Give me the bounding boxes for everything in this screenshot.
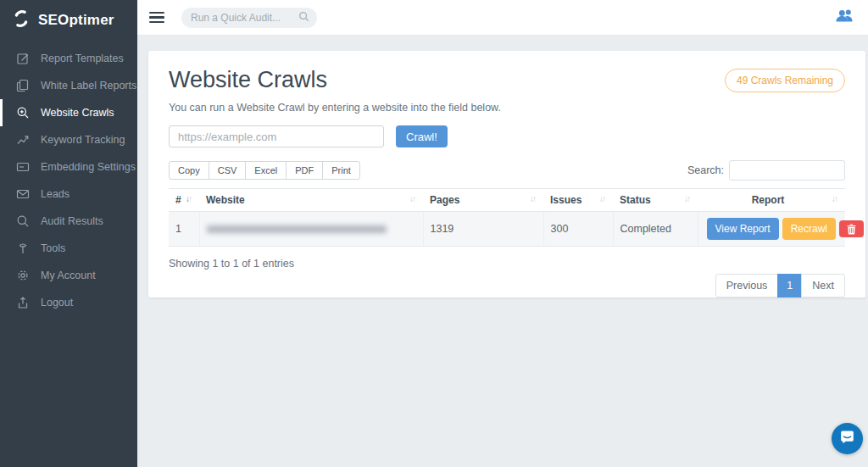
table-summary: Showing 1 to 1 of 1 entries (169, 258, 845, 270)
envelope-icon (16, 187, 30, 201)
sidebar-item-leads[interactable]: Leads (0, 181, 137, 208)
sidebar-item-label: Report Templates (41, 53, 124, 64)
sidebar: SEOptimer Report Templates White Label R… (0, 0, 137, 467)
sidebar-nav: Report Templates White Label Reports Web… (0, 39, 137, 316)
sidebar-item-label: Embedding Settings (41, 161, 136, 173)
cell-rank: 1 (169, 212, 199, 247)
sidebar-item-logout[interactable]: Logout (0, 289, 137, 316)
pages-icon (16, 79, 30, 92)
pagination: Previous 1 Next (169, 274, 845, 297)
table-search-input[interactable] (729, 160, 845, 181)
column-header-website[interactable]: Website ↓↑ (199, 189, 423, 212)
sidebar-item-embedding-settings[interactable]: Embedding Settings (0, 153, 137, 181)
sidebar-item-label: Audit Results (41, 215, 103, 227)
chat-widget-button[interactable] (832, 423, 863, 454)
search-icon (16, 214, 30, 228)
column-header-pages[interactable]: Pages ↓↑ (423, 189, 543, 212)
print-button[interactable]: Print (322, 161, 360, 180)
seoptimer-logo-icon (11, 8, 31, 32)
chat-bubble-icon (839, 429, 855, 448)
edit-icon (16, 52, 30, 65)
sidebar-item-label: Tools (41, 242, 65, 254)
hammer-icon (16, 242, 30, 255)
table-toolbar: Copy CSV Excel PDF Print Search: (169, 160, 845, 181)
website-url-input[interactable] (169, 125, 384, 147)
cell-report-actions: View ReportRecrawl (698, 212, 845, 247)
crawl-form: Crawl! (169, 125, 845, 147)
hamburger-menu-icon[interactable] (149, 9, 164, 25)
column-header-status[interactable]: Status ↓↑ (613, 189, 698, 212)
previous-page-button[interactable]: Previous (715, 274, 779, 297)
sidebar-item-tools[interactable]: Tools (0, 235, 137, 262)
delete-button[interactable] (839, 220, 864, 237)
excel-button[interactable]: Excel (245, 161, 287, 180)
next-page-button[interactable]: Next (801, 274, 845, 297)
csv-button[interactable]: CSV (209, 161, 247, 180)
sidebar-item-label: Logout (41, 297, 73, 309)
page-title: Website Crawls (169, 64, 327, 95)
content: Website Crawls 49 Crawls Remaining You c… (137, 36, 868, 467)
pdf-button[interactable]: PDF (286, 161, 323, 180)
sort-icon: ↓↑ (599, 194, 606, 203)
logout-icon (16, 296, 30, 309)
sidebar-item-white-label-reports[interactable]: White Label Reports (0, 72, 137, 99)
crawl-button[interactable]: Crawl! (396, 125, 448, 147)
trend-icon (16, 133, 30, 147)
website-crawls-card: Website Crawls 49 Crawls Remaining You c… (148, 51, 865, 297)
copy-button[interactable]: Copy (169, 161, 209, 180)
crawls-remaining-badge: 49 Crawls Remaining (725, 69, 845, 92)
table-header-row: # ↓↑ Website ↓↑ Pages ↓↑ Issues (169, 189, 845, 212)
users-icon[interactable] (835, 8, 854, 26)
quick-audit-input[interactable] (191, 12, 298, 24)
cell-issues: 300 (543, 212, 613, 247)
table-search-label: Search: (687, 164, 724, 176)
sort-icon: ↓↑ (684, 194, 691, 203)
sort-icon: ↓↑ (186, 194, 192, 203)
sort-icon: ↓↑ (832, 194, 838, 203)
sidebar-item-audit-results[interactable]: Audit Results (0, 208, 137, 235)
sidebar-item-keyword-tracking[interactable]: Keyword Tracking (0, 126, 137, 153)
trash-icon (847, 224, 856, 235)
page-1-button[interactable]: 1 (777, 274, 802, 297)
sidebar-item-my-account[interactable]: My Account (0, 262, 137, 289)
column-header-issues[interactable]: Issues ↓↑ (543, 189, 613, 212)
sidebar-item-label: White Label Reports (41, 80, 136, 92)
cell-status: Completed (613, 212, 698, 247)
cell-pages: 1319 (423, 212, 543, 247)
sidebar-item-label: My Account (41, 270, 96, 281)
sidebar-item-website-crawls[interactable]: Website Crawls (0, 99, 137, 126)
export-button-group: Copy CSV Excel PDF Print (169, 161, 360, 180)
sort-icon: ↓↑ (409, 194, 416, 203)
embed-icon (16, 160, 30, 174)
table-row: 1 1319 300 Completed View ReportRecrawl (169, 212, 845, 247)
seoptimer-logo-text: SEOptimer (38, 12, 114, 29)
column-header-report[interactable]: Report ↓↑ (698, 189, 845, 212)
zoom-plus-icon (16, 106, 30, 120)
sidebar-item-report-templates[interactable]: Report Templates (0, 45, 137, 72)
seoptimer-logo[interactable]: SEOptimer (0, 0, 137, 39)
sort-icon: ↓↑ (530, 194, 537, 203)
topbar (137, 0, 868, 36)
quick-audit-search[interactable] (181, 8, 317, 28)
search-icon (298, 10, 309, 25)
cell-website (199, 212, 423, 247)
recrawl-button[interactable]: Recrawl (782, 218, 836, 240)
gear-icon (16, 269, 30, 282)
crawls-table: # ↓↑ Website ↓↑ Pages ↓↑ Issues (169, 188, 845, 247)
column-header-rank[interactable]: # ↓↑ (169, 189, 199, 212)
main-area: Website Crawls 49 Crawls Remaining You c… (137, 0, 868, 467)
website-url-redacted (207, 225, 387, 233)
sidebar-item-label: Leads (41, 188, 70, 200)
page-subtitle: You can run a Website Crawl by entering … (169, 102, 845, 114)
sidebar-item-label: Website Crawls (41, 107, 114, 119)
sidebar-item-label: Keyword Tracking (41, 134, 125, 146)
view-report-button[interactable]: View Report (707, 218, 779, 240)
